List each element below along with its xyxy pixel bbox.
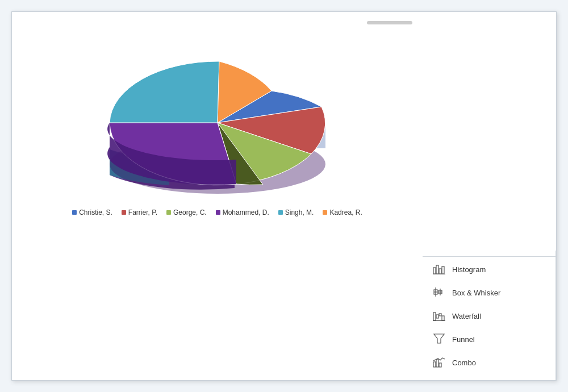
- legend-label-singh: Singh, M.: [285, 208, 314, 216]
- box-whisker-icon: [433, 286, 445, 299]
- pie-svg: [70, 23, 365, 199]
- svg-rect-21: [439, 363, 441, 367]
- legend-label-christie: Christie, S.: [79, 208, 112, 216]
- svg-marker-18: [434, 334, 444, 343]
- legend-label-kadrea: Kadrea, R.: [329, 208, 362, 216]
- svg-rect-14: [436, 315, 438, 318]
- sidebar-item-histogram[interactable]: Histogram: [423, 258, 556, 281]
- sidebar: HistogramBox & WhiskerWaterfallFunnelCom…: [423, 251, 556, 380]
- legend-label-mohammed: Mohammed, D.: [223, 208, 269, 216]
- legend-item-mohammed: Mohammed, D.: [216, 208, 269, 216]
- pie-chart: [70, 23, 365, 199]
- sidebar-item-box-whisker[interactable]: Box & Whisker: [423, 281, 556, 305]
- svg-rect-19: [433, 362, 436, 367]
- combo-icon: [433, 356, 445, 369]
- sidebar-item-waterfall[interactable]: Waterfall: [423, 305, 556, 328]
- legend-item-kadrea: Kadrea, R.: [323, 208, 362, 216]
- legend-label-farrier: Farrier, P.: [128, 208, 157, 216]
- waterfall-icon: [433, 310, 445, 323]
- legend-item-singh: Singh, M.: [278, 208, 314, 216]
- sidebar-label-waterfall: Waterfall: [452, 312, 481, 320]
- svg-rect-4: [439, 269, 441, 274]
- scrollbar-hint[interactable]: [367, 21, 412, 24]
- legend-color-kadrea: [323, 210, 327, 215]
- legend-color-christie: [72, 210, 77, 215]
- chart-area: Christie, S.Farrier, P.George, C.Mohamme…: [12, 12, 423, 380]
- svg-rect-5: [442, 266, 444, 274]
- svg-rect-20: [436, 360, 438, 367]
- chart-legend: Christie, S.Farrier, P.George, C.Mohamme…: [72, 208, 362, 216]
- legend-item-christie: Christie, S.: [72, 208, 112, 216]
- histogram-icon: [433, 263, 445, 276]
- svg-rect-15: [439, 314, 441, 316]
- svg-rect-13: [433, 312, 436, 320]
- svg-rect-16: [442, 316, 444, 320]
- legend-color-george: [166, 210, 171, 215]
- sidebar-item-funnel[interactable]: Funnel: [423, 328, 556, 351]
- svg-rect-3: [436, 265, 438, 274]
- legend-label-george: George, C.: [173, 208, 207, 216]
- svg-rect-2: [433, 268, 436, 274]
- sidebar-item-combo[interactable]: Combo: [423, 351, 556, 374]
- legend-color-farrier: [122, 210, 126, 215]
- funnel-icon: [433, 333, 445, 346]
- legend-item-george: George, C.: [166, 208, 207, 216]
- sidebar-label-box-whisker: Box & Whisker: [452, 289, 500, 297]
- legend-color-mohammed: [216, 210, 220, 215]
- sidebar-divider-top: [423, 256, 556, 257]
- sidebar-label-histogram: Histogram: [452, 265, 486, 274]
- app-window: Christie, S.Farrier, P.George, C.Mohamme…: [11, 11, 557, 381]
- sidebar-label-funnel: Funnel: [452, 335, 475, 344]
- legend-item-farrier: Farrier, P.: [122, 208, 157, 216]
- legend-color-singh: [278, 210, 283, 215]
- sidebar-label-combo: Combo: [452, 358, 476, 367]
